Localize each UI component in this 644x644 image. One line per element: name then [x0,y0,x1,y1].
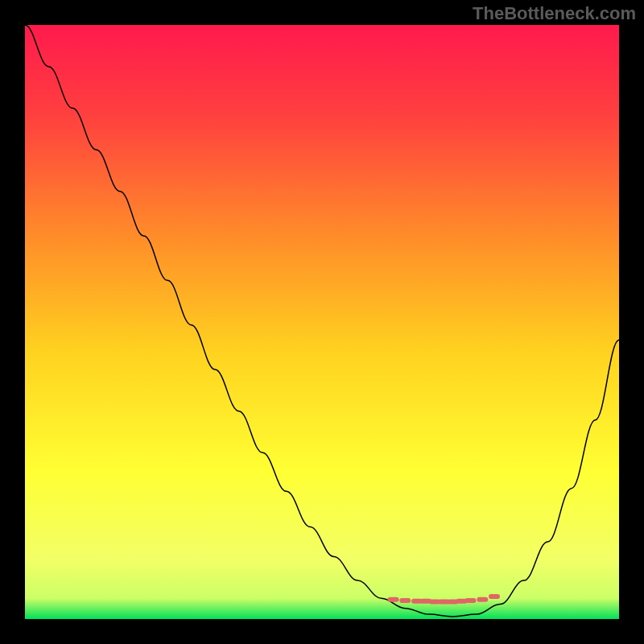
attribution-label: TheBottleneck.com [473,3,636,24]
chart-plot [25,25,619,619]
gradient-background [25,25,619,619]
chart-container: TheBottleneck.com [0,0,644,644]
